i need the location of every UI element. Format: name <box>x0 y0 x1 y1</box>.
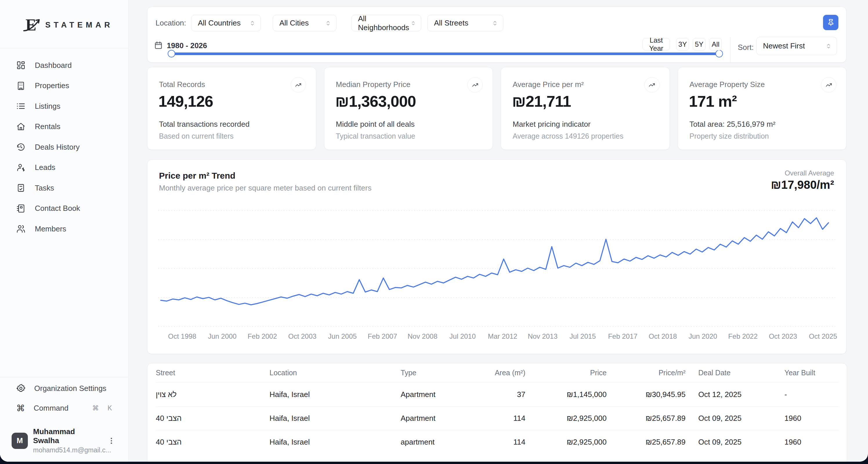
x-axis-tick: Jun 2020 <box>688 332 717 340</box>
shortcut-letter-key: K <box>107 404 112 412</box>
table-row[interactable]: הצבי 40 Haifa, Israel Apartment 114 ₪2,9… <box>156 406 839 430</box>
slider-track[interactable] <box>172 53 719 55</box>
list-icon <box>16 101 26 111</box>
trending-up-icon <box>291 77 306 93</box>
preset-5y-button[interactable]: 5Y <box>693 38 706 51</box>
gear-icon <box>16 384 26 393</box>
cell-street: הצבי 40 <box>156 406 270 430</box>
main-content: Location: All Countries All Cities All N… <box>128 0 868 462</box>
col-header-deal-date: Deal Date <box>685 363 772 383</box>
stat-subtext: Typical transaction value <box>336 132 415 140</box>
sidebar-item-leads[interactable]: Leads <box>0 158 128 178</box>
col-header-location: Location <box>270 363 401 383</box>
cell-street: לא צוין <box>156 383 270 406</box>
chart-title: Price per m² Trend <box>159 171 235 181</box>
sidebar-item-deals-history[interactable]: Deals History <box>0 137 128 158</box>
avatar: M <box>11 433 28 449</box>
stats-row: Total Records 149,126 Total transactions… <box>147 67 846 150</box>
cell-location: Haifa, Israel <box>270 406 401 430</box>
cell-deal-date: Oct 12, 2025 <box>685 383 772 406</box>
cell-area: 114 <box>473 406 525 430</box>
organization-settings-item[interactable]: Organization Settings <box>0 379 128 397</box>
cell-area: 37 <box>473 383 525 406</box>
trending-up-icon <box>821 77 836 93</box>
stat-card-avg-property-size: Average Property Size 171 m² Total area:… <box>678 67 847 150</box>
brand-swoosh-icon <box>23 18 42 33</box>
date-range-slider[interactable] <box>172 50 719 58</box>
history-clock-icon <box>16 142 26 152</box>
x-axis-tick: Jul 2010 <box>450 332 476 340</box>
overall-average-label: Overall Average <box>785 169 834 177</box>
table-row[interactable]: לא צוין Haifa, Israel Apartment 37 ₪1,14… <box>156 383 839 406</box>
stat-value: 149,126 <box>158 92 213 110</box>
price-trend-chart-card: Price per m² Trend Monthly average price… <box>147 160 846 354</box>
sidebar-item-label: Rentals <box>35 122 60 131</box>
x-axis-tick: Mar 2012 <box>488 332 517 340</box>
profile-meta: Muhammad Swalha mohamd514.m@gmail.c... <box>33 427 102 454</box>
command-item[interactable]: ⌘ Command ⌘ K <box>0 399 128 417</box>
profile-name: Muhammad Swalha <box>33 427 102 445</box>
cell-price-per-m2: ₪25,657.89 <box>607 430 685 454</box>
cities-select[interactable]: All Cities <box>273 15 337 31</box>
stat-subtext: Property size distribution <box>690 132 769 140</box>
cell-price: ₪1,145,000 <box>525 383 607 406</box>
slider-handle-end[interactable] <box>715 50 723 58</box>
trend-chart-plot <box>158 203 836 331</box>
sidebar-nav: Dashboard Properties Listings Rentals De… <box>0 55 128 239</box>
chevron-up-down-icon <box>325 20 331 26</box>
cell-price: ₪2,925,000 <box>525 430 607 454</box>
x-axis-tick: Oct 2023 <box>769 332 797 340</box>
stat-card-median-price: Median Property Price ₪1,363,000 Middle … <box>324 67 493 150</box>
sort-select[interactable]: Newest First <box>756 37 837 55</box>
cell-year-built: - <box>772 383 839 406</box>
sidebar-item-rentals[interactable]: Rentals <box>0 117 128 137</box>
countries-select[interactable]: All Countries <box>191 15 261 31</box>
x-axis-labels: Oct 1998Jun 2000Feb 2002Oct 2003Jun 2005… <box>158 332 836 343</box>
col-header-area: Area (m²) <box>473 363 525 383</box>
preset-3y-button[interactable]: 3Y <box>676 38 689 51</box>
cell-location: Haifa, Israel <box>270 383 401 406</box>
x-axis-tick: Feb 2007 <box>368 332 397 340</box>
cell-price: ₪2,925,000 <box>525 406 607 430</box>
slider-handle-start[interactable] <box>168 50 175 58</box>
organization-settings-label: Organization Settings <box>34 384 106 393</box>
user-profile[interactable]: M Muhammad Swalha mohamd514.m@gmail.c... <box>0 427 128 454</box>
stat-card-avg-price-per-m2: Average Price per m² ₪21,711 Market pric… <box>501 67 670 150</box>
pin-filters-button[interactable] <box>823 15 838 30</box>
table-row[interactable]: הצבי 40 Haifa, Israel apartment 114 ₪2,9… <box>156 430 839 454</box>
sidebar-item-dashboard[interactable]: Dashboard <box>0 55 128 76</box>
preset-last-year-button[interactable]: Last Year <box>643 38 670 51</box>
sidebar-item-members[interactable]: Members <box>0 219 128 239</box>
cell-year-built: 1960 <box>772 430 839 454</box>
home-icon <box>16 122 26 131</box>
cell-price-per-m2: ₪25,657.89 <box>607 406 685 430</box>
users-icon <box>16 224 26 233</box>
stat-title: Average Property Size <box>690 80 765 89</box>
sidebar-item-properties[interactable]: Properties <box>0 76 128 96</box>
trending-up-icon <box>467 77 483 93</box>
stat-value: 171 m² <box>689 92 737 110</box>
kebab-menu-icon[interactable] <box>107 437 116 445</box>
user-dollar-icon <box>16 163 26 172</box>
sidebar-item-label: Listings <box>35 102 60 111</box>
x-axis-tick: Jun 2005 <box>328 332 357 340</box>
filter-bar: Location: All Countries All Cities All N… <box>147 7 846 63</box>
sidebar-item-listings[interactable]: Listings <box>0 96 128 117</box>
brand-logo: E STATEMAR <box>26 16 113 34</box>
preset-all-button[interactable]: All <box>709 38 722 51</box>
brand-mark-icon: E <box>26 16 41 34</box>
neighborhoods-select[interactable]: All Neighborhoods <box>351 15 421 31</box>
streets-select[interactable]: All Streets <box>427 15 503 31</box>
col-header-price: Price <box>525 363 607 383</box>
cities-select-value: All Cities <box>279 19 309 28</box>
stat-subtext: Based on current filters <box>159 132 234 140</box>
x-axis-tick: Feb 2017 <box>608 332 638 340</box>
sidebar-item-tasks[interactable]: Tasks <box>0 178 128 198</box>
sidebar-item-label: Dashboard <box>35 61 72 70</box>
sidebar-item-label: Tasks <box>35 184 54 193</box>
deals-table-card: Street Location Type Area (m²) Price Pri… <box>147 363 847 462</box>
countries-select-value: All Countries <box>198 19 241 28</box>
sidebar-item-contact-book[interactable]: Contact Book <box>0 198 128 219</box>
chart-subtitle: Monthly average price per square meter b… <box>159 184 372 193</box>
sort-select-value: Newest First <box>763 41 805 51</box>
